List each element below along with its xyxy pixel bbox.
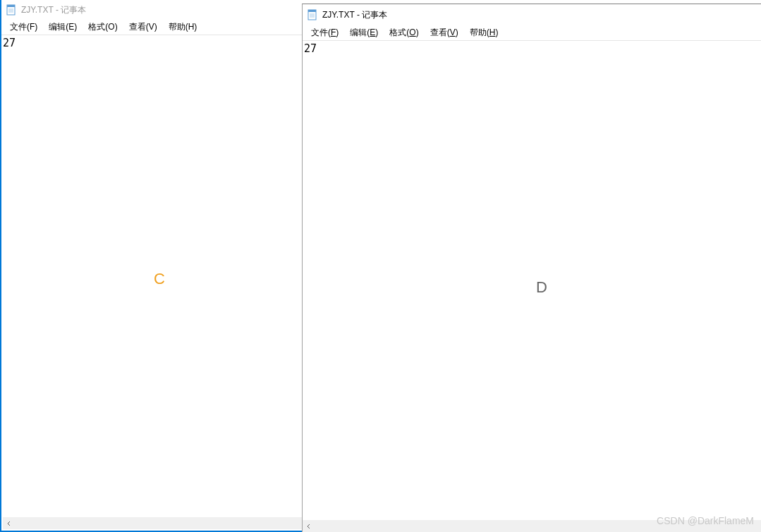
menu-file[interactable]: 文件(F)	[305, 25, 344, 40]
menu-file[interactable]: 文件(F)	[4, 20, 43, 35]
menu-edit[interactable]: 编辑(E)	[43, 20, 83, 35]
text-content: 27	[303, 41, 761, 56]
notepad-window-right: ZJY.TXT - 记事本 文件(F) 编辑(E) 格式(O) 查看(V) 帮助…	[302, 4, 761, 532]
horizontal-scrollbar[interactable]	[3, 517, 302, 529]
title-bar[interactable]: ZJY.TXT - 记事本	[303, 4, 761, 25]
window-title: ZJY.TXT - 记事本	[21, 4, 86, 16]
text-editor-area[interactable]: 27	[1, 35, 302, 531]
notepad-window-left: ZJY.TXT - 记事本 文件(F) 编辑(E) 格式(O) 查看(V) 帮助…	[0, 0, 302, 532]
notepad-icon	[307, 9, 318, 20]
text-content: 27	[1, 35, 302, 51]
menu-bar: 文件(F) 编辑(E) 格式(O) 查看(V) 帮助(H)	[1, 20, 302, 35]
svg-rect-1	[7, 5, 15, 7]
menu-bar: 文件(F) 编辑(E) 格式(O) 查看(V) 帮助(H)	[303, 25, 761, 41]
svg-rect-6	[308, 10, 316, 12]
scroll-left-arrow-icon[interactable]	[3, 517, 15, 529]
menu-view[interactable]: 查看(V)	[123, 20, 163, 35]
menu-format[interactable]: 格式(O)	[83, 20, 123, 35]
watermark-text: CSDN @DarkFlameM	[657, 515, 754, 526]
scroll-left-arrow-icon[interactable]	[303, 520, 315, 532]
annotation-label-c: C	[154, 270, 165, 288]
menu-edit[interactable]: 编辑(E)	[344, 25, 384, 40]
text-editor-area[interactable]: 27	[303, 41, 761, 532]
window-title: ZJY.TXT - 记事本	[322, 9, 387, 21]
menu-help[interactable]: 帮助(H)	[163, 20, 203, 35]
menu-help[interactable]: 帮助(H)	[464, 25, 504, 40]
notepad-icon	[6, 4, 17, 16]
annotation-label-d: D	[536, 278, 547, 297]
menu-format[interactable]: 格式(O)	[384, 25, 424, 40]
title-bar[interactable]: ZJY.TXT - 记事本	[1, 0, 302, 20]
menu-view[interactable]: 查看(V)	[425, 25, 464, 40]
